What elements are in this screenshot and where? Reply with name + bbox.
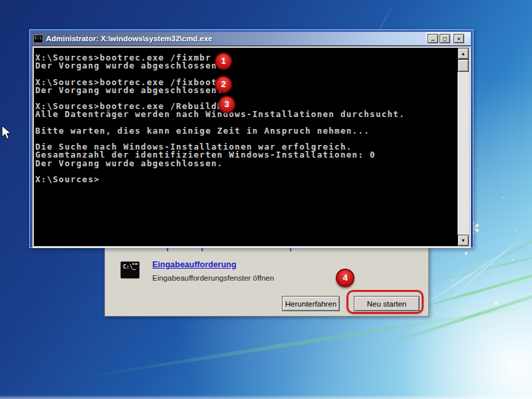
- scrollbar-track[interactable]: [458, 72, 469, 235]
- cmd-icon: C:\: [33, 35, 43, 43]
- step-annotation-4: 4: [336, 269, 354, 287]
- console-text: X:\Sources>bootrec.exe /fixmbr Der Vorga…: [34, 48, 458, 184]
- close-button[interactable]: ✕: [454, 34, 464, 43]
- command-prompt-link[interactable]: Eingabeaufforderung: [152, 260, 236, 269]
- step-annotation-2: 2: [215, 76, 232, 93]
- scroll-up-button[interactable]: ▲: [458, 48, 469, 59]
- sparkle-dots: [0, 0, 1, 1]
- scrollbar-thumb[interactable]: [458, 59, 469, 72]
- vertical-scrollbar[interactable]: ▲ ▼: [458, 48, 469, 246]
- restart-button-highlight: [346, 290, 424, 314]
- shutdown-button[interactable]: Herunterfahren: [282, 296, 340, 311]
- console-client-area: X:\Sources>bootrec.exe /fixmbr Der Vorga…: [32, 46, 471, 248]
- console-output[interactable]: X:\Sources>bootrec.exe /fixmbr Der Vorga…: [34, 48, 458, 246]
- mouse-cursor: [1, 125, 13, 141]
- scroll-down-button[interactable]: ▼: [458, 235, 469, 246]
- window-title: Administrator: X:\windows\system32\cmd.e…: [46, 35, 213, 43]
- step-annotation-1: 1: [215, 53, 232, 70]
- command-prompt-description: Eingabeaufforderungsfenster öffnen: [152, 274, 274, 282]
- command-prompt-icon: C:\_: [120, 261, 140, 279]
- minimize-button[interactable]: _: [428, 34, 438, 43]
- step-annotation-3: 3: [218, 96, 235, 113]
- window-controls: _ □ ✕: [426, 32, 471, 45]
- maximize-button[interactable]: □: [440, 34, 450, 43]
- cmd-window: C:\ Administrator: X:\windows\system32\c…: [29, 29, 473, 248]
- title-bar[interactable]: C:\ Administrator: X:\windows\system32\c…: [32, 32, 471, 46]
